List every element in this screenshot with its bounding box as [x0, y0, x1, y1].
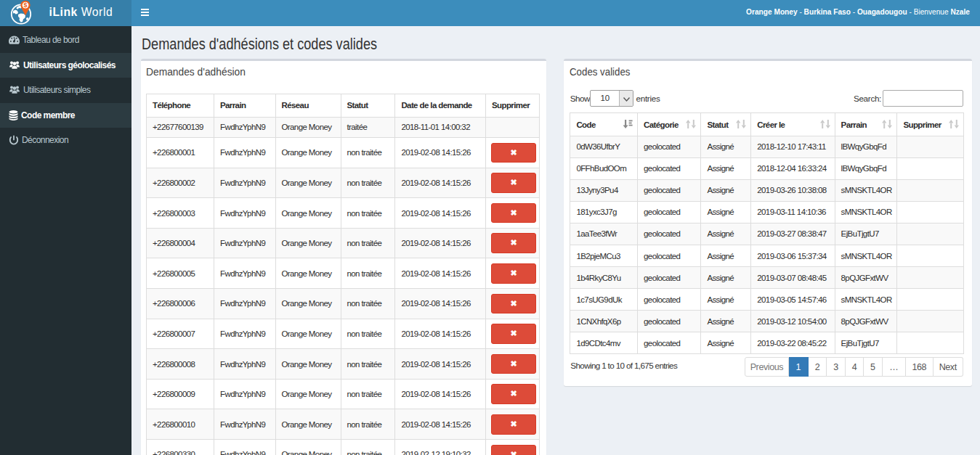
svg-text:$: $ [23, 1, 27, 9]
